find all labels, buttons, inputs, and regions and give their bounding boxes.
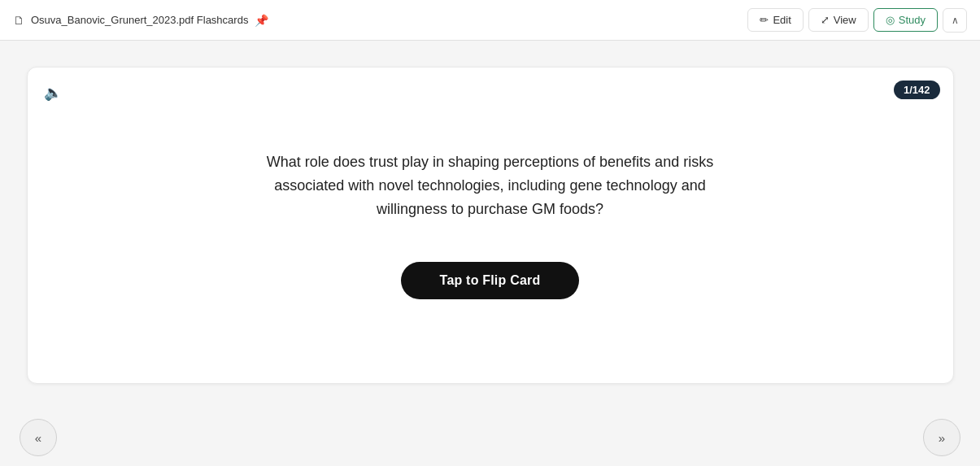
study-button[interactable]: ◎ Study xyxy=(873,8,938,32)
bottom-nav: « » xyxy=(0,409,980,466)
view-button[interactable]: ⤢ View xyxy=(808,8,869,32)
view-label: View xyxy=(834,14,856,26)
next-arrow-icon: » xyxy=(939,431,945,445)
pin-icon[interactable]: 📌 xyxy=(255,14,268,27)
doc-icon: 🗋 xyxy=(13,14,24,27)
prev-arrow-icon: « xyxy=(35,431,41,445)
main-content: 🔈 1/142 What role does trust play in sha… xyxy=(0,41,980,409)
prev-card-button[interactable]: « xyxy=(20,419,57,456)
flip-card-button[interactable]: Tap to Flip Card xyxy=(401,262,580,299)
top-bar: 🗋 Osuva_Banovic_Grunert_2023.pdf Flashca… xyxy=(0,0,980,41)
sound-icon[interactable]: 🔈 xyxy=(44,84,62,102)
top-bar-left: 🗋 Osuva_Banovic_Grunert_2023.pdf Flashca… xyxy=(13,14,268,27)
chevron-up-icon: ∧ xyxy=(952,15,959,26)
flashcard: 🔈 1/142 What role does trust play in sha… xyxy=(27,67,954,384)
study-label: Study xyxy=(899,14,926,26)
edit-icon: ✏ xyxy=(760,14,769,26)
card-counter: 1/142 xyxy=(894,81,940,99)
view-icon: ⤢ xyxy=(821,14,830,26)
edit-button[interactable]: ✏ Edit xyxy=(747,8,803,32)
study-icon: ◎ xyxy=(886,14,895,26)
edit-label: Edit xyxy=(773,14,791,26)
top-bar-right: ✏ Edit ⤢ View ◎ Study ∧ xyxy=(747,8,967,33)
collapse-button[interactable]: ∧ xyxy=(943,8,967,33)
doc-title: Osuva_Banovic_Grunert_2023.pdf Flashcard… xyxy=(31,14,248,26)
card-question: What role does trust play in shaping per… xyxy=(263,150,718,220)
next-card-button[interactable]: » xyxy=(923,419,960,456)
